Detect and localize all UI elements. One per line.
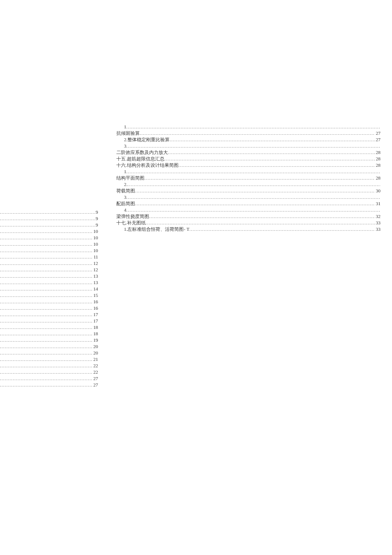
toc-leader-dots: ........................................…: [0, 247, 92, 254]
toc-page-number: 22: [92, 369, 98, 375]
toc-leader-dots: ........................................…: [0, 356, 92, 363]
toc-leader-dots: ........................................…: [0, 235, 92, 241]
toc-entry: 3.......................................…: [116, 194, 380, 200]
toc-page-number: 18: [92, 331, 98, 337]
toc-page-number: 27: [92, 375, 98, 382]
toc-entry: ........................................…: [0, 350, 98, 356]
toc-leader-dots: ........................................…: [0, 260, 92, 267]
toc-right-column: 1.......................................…: [116, 124, 380, 232]
toc-leader-dots: ........................................…: [127, 169, 381, 175]
toc-entry: ........................................…: [0, 279, 98, 286]
toc-entry: ........................................…: [0, 337, 98, 343]
toc-entry: 2.......................................…: [116, 181, 380, 188]
toc-entry: 荷载简图....................................…: [116, 188, 380, 194]
toc-page-number: 14: [92, 286, 98, 292]
toc-entry: ........................................…: [0, 299, 98, 305]
toc-page-number: 10: [92, 235, 98, 241]
toc-leader-dots: ........................................…: [0, 241, 92, 247]
toc-entry: ........................................…: [0, 241, 98, 247]
toc-leader-dots: ........................................…: [0, 318, 92, 324]
toc-entry: 1.......................................…: [116, 124, 380, 130]
toc-entry: ........................................…: [0, 382, 98, 388]
toc-entry: ........................................…: [0, 369, 98, 375]
toc-page-number: 10: [92, 241, 98, 247]
toc-leader-dots: ........................................…: [164, 156, 375, 162]
toc-page-number: 10: [92, 228, 98, 235]
toc-entry: ........................................…: [0, 305, 98, 311]
toc-entry: ........................................…: [0, 375, 98, 382]
toc-entry: ........................................…: [0, 235, 98, 241]
toc-title: 十六.结构分析及设计结果简图: [116, 162, 179, 169]
toc-title: 十七.补充图纸: [116, 220, 146, 226]
toc-page-number: 9: [95, 222, 98, 228]
toc-page-number: 16: [92, 299, 98, 305]
toc-page-number: 21: [92, 356, 98, 363]
toc-leader-dots: ........................................…: [0, 228, 92, 235]
toc-leader-dots: ........................................…: [0, 215, 95, 222]
toc-leader-dots: ........................................…: [179, 162, 375, 169]
toc-title: 十五.超筋超限信息汇总: [116, 156, 164, 162]
toc-leader-dots: ........................................…: [149, 213, 375, 220]
toc-page-number: 27: [375, 130, 380, 137]
toc-entry: ........................................…: [0, 247, 98, 254]
toc-title: 2.整体稳定刚重比验算: [124, 137, 170, 143]
toc-entry: ........................................…: [0, 267, 98, 273]
toc-page-number: 18: [92, 324, 98, 331]
toc-entry: ........................................…: [0, 254, 98, 260]
toc-entry: ........................................…: [0, 311, 98, 318]
toc-page-number: 30: [375, 188, 380, 194]
toc-leader-dots: ........................................…: [127, 207, 381, 213]
toc-page-number: 10: [92, 247, 98, 254]
toc-leader-dots: ........................................…: [135, 200, 375, 207]
toc-leader-dots: ........................................…: [127, 194, 381, 200]
toc-leader-dots: ........................................…: [127, 181, 380, 188]
toc-leader-dots: ........................................…: [0, 279, 92, 286]
toc-leader-dots: ........................................…: [127, 143, 381, 149]
toc-page-number: 13: [92, 279, 98, 286]
toc-leader-dots: ........................................…: [0, 369, 92, 375]
toc-leader-dots: ........................................…: [0, 363, 92, 369]
toc-title: 配筋简图: [116, 200, 135, 207]
toc-entry: 梁弹性挠度简图.................................…: [116, 213, 380, 220]
toc-page-number: 19: [92, 337, 98, 343]
toc-leader-dots: ........................................…: [189, 226, 375, 232]
toc-entry: ........................................…: [0, 363, 98, 369]
toc-entry: ........................................…: [0, 318, 98, 324]
toc-entry: ........................................…: [0, 292, 98, 299]
toc-leader-dots: ........................................…: [0, 292, 92, 299]
toc-entry: ........................................…: [0, 273, 98, 279]
toc-left-column: ........................................…: [0, 209, 98, 388]
toc-leader-dots: ........................................…: [0, 299, 92, 305]
toc-leader-dots: ........................................…: [0, 254, 92, 260]
toc-entry: ........................................…: [0, 222, 98, 228]
toc-title: 梁弹性挠度简图: [116, 213, 149, 220]
toc-entry: ........................................…: [0, 356, 98, 363]
toc-entry: ........................................…: [0, 228, 98, 235]
toc-entry: 十五.超筋超限信息汇总.............................…: [116, 156, 380, 162]
toc-leader-dots: ........................................…: [0, 375, 92, 382]
toc-page-number: 16: [92, 305, 98, 311]
toc-title: 结构平面简图: [116, 175, 144, 181]
toc-leader-dots: ........................................…: [140, 130, 375, 137]
toc-page-number: 17: [92, 318, 98, 324]
toc-leader-dots: ........................................…: [0, 222, 95, 228]
toc-page-number: 27: [92, 382, 98, 388]
toc-entry: 1.......................................…: [116, 169, 380, 175]
toc-entry: ........................................…: [0, 209, 98, 215]
toc-leader-dots: ........................................…: [0, 305, 92, 311]
toc-leader-dots: ........................................…: [127, 124, 381, 130]
toc-entry: ........................................…: [0, 215, 98, 222]
toc-entry: ........................................…: [0, 343, 98, 350]
toc-leader-dots: ........................................…: [0, 337, 92, 343]
toc-leader-dots: ........................................…: [170, 137, 375, 143]
toc-page-number: 28: [375, 175, 380, 181]
toc-page-number: 33: [375, 220, 380, 226]
toc-leader-dots: ........................................…: [168, 149, 375, 156]
toc-entry: ........................................…: [0, 286, 98, 292]
toc-entry: 抗倾斑验算...................................…: [116, 130, 380, 137]
toc-leader-dots: ........................................…: [146, 220, 375, 226]
toc-leader-dots: ........................................…: [0, 331, 92, 337]
toc-page-number: 15: [92, 292, 98, 299]
toc-leader-dots: ........................................…: [0, 286, 92, 292]
toc-leader-dots: ........................................…: [0, 350, 92, 356]
